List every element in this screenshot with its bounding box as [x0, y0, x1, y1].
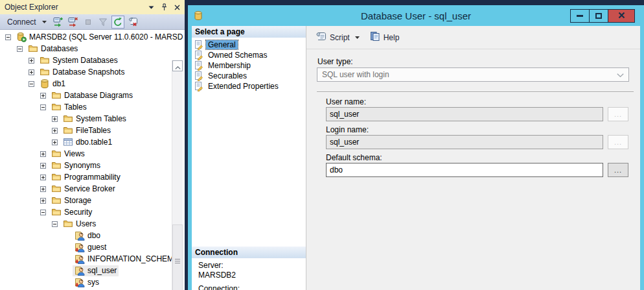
user-disabled-icon: [75, 277, 85, 287]
minimize-button[interactable]: [570, 9, 590, 23]
tree-item[interactable]: dbo.table1: [0, 136, 185, 148]
tree-item[interactable]: INFORMATION_SCHEM: [0, 253, 185, 265]
tree-expander[interactable]: [5, 34, 11, 40]
tree-item[interactable]: dbo: [0, 230, 185, 241]
tree-item[interactable]: Views: [0, 148, 185, 160]
connect-button-label: Connect: [7, 18, 36, 27]
tree-item[interactable]: Storage: [0, 195, 185, 206]
tree-expander[interactable]: [52, 116, 58, 122]
help-icon: [370, 31, 380, 43]
tree-item[interactable]: Database Diagrams: [0, 90, 185, 101]
ssms-desktop: Object Explorer Connect MARSDB2 (SQL Ser…: [0, 0, 644, 290]
tree-item[interactable]: Programmability: [0, 171, 185, 183]
page-item-securables[interactable]: Securables: [192, 71, 306, 81]
tree-item[interactable]: System Databases: [0, 54, 185, 66]
server-label: Server:: [198, 261, 240, 271]
folder-icon: [63, 219, 73, 229]
connect-server-button[interactable]: [52, 16, 65, 29]
server-value: MARSDB2: [198, 271, 240, 280]
folder-icon: [51, 90, 62, 101]
page-item-owned-schemas[interactable]: Owned Schemas: [192, 50, 306, 60]
tree-expander[interactable]: [52, 139, 58, 145]
tree-expander[interactable]: [40, 186, 46, 192]
script-button-label: Script: [330, 33, 350, 42]
folder-icon: [51, 184, 62, 194]
tree-item[interactable]: Databases: [0, 43, 185, 54]
tree-item[interactable]: db1: [0, 78, 185, 90]
help-button-label: Help: [384, 33, 400, 42]
pin-icon[interactable]: [161, 3, 168, 11]
default-schema-field[interactable]: [326, 163, 603, 177]
filter-button: [97, 16, 109, 29]
scroll-up-button[interactable]: [172, 60, 183, 71]
tree-expander[interactable]: [40, 151, 46, 157]
tree-expander[interactable]: [52, 128, 58, 134]
page-item-extended-properties[interactable]: Extended Properties: [192, 81, 306, 91]
tree-expander[interactable]: [40, 175, 46, 180]
tree-item[interactable]: Service Broker: [0, 183, 185, 195]
default-schema-label: Default schema:: [326, 153, 382, 162]
tree-scrollbar[interactable]: [172, 60, 183, 290]
object-explorer-title: Object Explorer: [5, 3, 142, 12]
tree-expander[interactable]: [40, 104, 46, 110]
tree-item[interactable]: sql_user: [0, 265, 185, 276]
tree-item[interactable]: FileTables: [0, 125, 185, 136]
tree-expander[interactable]: [40, 163, 46, 169]
connect-button[interactable]: Connect: [4, 16, 50, 28]
object-explorer-toolbar: Connect: [0, 14, 185, 30]
dialog-content: Select a page General Owned Schemas Memb…: [192, 26, 640, 290]
disconnect-server-button[interactable]: [67, 16, 80, 29]
tree-item[interactable]: Security: [0, 206, 185, 218]
tree-expander[interactable]: [40, 210, 46, 215]
chevron-down-icon: [42, 21, 47, 23]
tree-expander[interactable]: [52, 221, 58, 227]
dialog-titlebar[interactable]: Database User - sql_user: [188, 5, 644, 26]
tree-item[interactable]: Users: [0, 218, 185, 230]
script-error-button[interactable]: [126, 16, 139, 29]
page-item-membership[interactable]: Membership: [192, 60, 306, 71]
tree-expander[interactable]: [29, 69, 34, 75]
close-button[interactable]: [608, 9, 635, 23]
server-icon: [16, 32, 27, 42]
tree-expander[interactable]: [40, 198, 46, 204]
object-explorer-tree: MARSDB2 (SQL Server 11.0.6020 - MARSD Da…: [0, 30, 185, 290]
close-icon[interactable]: [174, 3, 180, 11]
scrollbar-thumb[interactable]: [172, 224, 183, 290]
page-icon: [194, 40, 204, 50]
stop-button: [82, 16, 95, 29]
tree-item[interactable]: System Tables: [0, 113, 185, 125]
window-buttons: [571, 9, 635, 23]
connection-label: Connection:: [198, 284, 240, 290]
script-dropdown-button[interactable]: [355, 36, 360, 39]
tree-item[interactable]: Tables: [0, 101, 185, 113]
object-explorer-panel: Object Explorer Connect MARSDB2 (SQL Ser…: [0, 0, 185, 290]
refresh-button[interactable]: [111, 16, 124, 29]
select-a-page-header: Select a page: [192, 26, 306, 38]
help-button[interactable]: Help: [367, 29, 402, 45]
tree-expander[interactable]: [17, 46, 23, 52]
dialog-main-pane: Script Help User type: SQL user with log…: [306, 26, 640, 290]
script-error-icon: [128, 17, 138, 27]
default-schema-browse-button[interactable]: ...: [608, 163, 628, 177]
folder-icon: [51, 149, 62, 159]
tree-item[interactable]: MARSDB2 (SQL Server 11.0.6020 - MARSD: [0, 31, 185, 43]
script-button[interactable]: Script: [312, 30, 352, 45]
tree-expander[interactable]: [29, 58, 34, 64]
connection-header: Connection: [192, 247, 306, 258]
tree-item[interactable]: guest: [0, 241, 185, 253]
database-icon: [40, 79, 50, 89]
user-type-value: SQL user with login: [322, 70, 617, 79]
tree-expander[interactable]: [29, 81, 34, 87]
maximize-button[interactable]: [589, 9, 608, 23]
page-item-general[interactable]: General: [192, 40, 306, 50]
tree-expander[interactable]: [40, 93, 46, 99]
object-explorer-titlebar[interactable]: Object Explorer: [0, 0, 185, 14]
window-position-icon[interactable]: [148, 3, 154, 11]
user-icon: [75, 230, 85, 241]
user-type-combobox: SQL user with login: [317, 67, 629, 82]
page-icon: [194, 50, 204, 60]
page-icon: [194, 71, 204, 81]
tree-item[interactable]: Synonyms: [0, 160, 185, 171]
tree-item[interactable]: sys: [0, 276, 185, 288]
tree-item[interactable]: Database Snapshots: [0, 66, 185, 78]
